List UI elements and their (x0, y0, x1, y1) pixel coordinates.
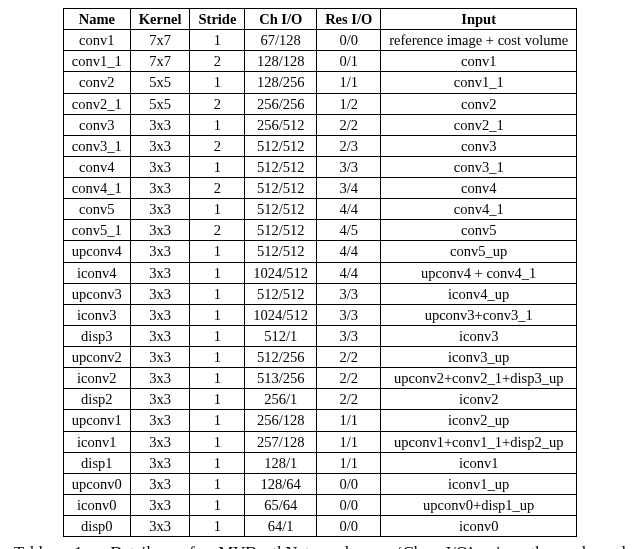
cell-chio: 256/128 (245, 410, 317, 431)
table-row: conv3_13x32512/5122/3conv3 (63, 135, 576, 156)
cell-input: iconv1 (381, 452, 577, 473)
cell-resio: 0/0 (317, 30, 381, 51)
cell-stride: 1 (190, 72, 245, 93)
cell-kernel: 3x3 (130, 325, 190, 346)
cell-input: iconv3_up (381, 347, 577, 368)
cell-kernel: 5x5 (130, 72, 190, 93)
cell-name: disp1 (63, 452, 130, 473)
table-row: upconv23x31512/2562/2iconv3_up (63, 347, 576, 368)
cell-name: conv1_1 (63, 51, 130, 72)
cell-kernel: 3x3 (130, 494, 190, 515)
cell-stride: 1 (190, 199, 245, 220)
cell-kernel: 3x3 (130, 347, 190, 368)
cell-name: upconv3 (63, 283, 130, 304)
table-row: conv17x7167/1280/0reference image + cost… (63, 30, 576, 51)
cell-chio: 512/512 (245, 220, 317, 241)
cell-resio: 4/5 (317, 220, 381, 241)
cell-resio: 3/3 (317, 283, 381, 304)
cell-resio: 1/1 (317, 452, 381, 473)
cell-name: upconv4 (63, 241, 130, 262)
cell-stride: 1 (190, 389, 245, 410)
cell-stride: 2 (190, 220, 245, 241)
cell-input: iconv0 (381, 516, 577, 537)
table-row: disp03x3164/10/0iconv0 (63, 516, 576, 537)
cell-resio: 1/1 (317, 72, 381, 93)
cell-stride: 1 (190, 410, 245, 431)
cell-chio: 512/512 (245, 241, 317, 262)
cell-kernel: 3x3 (130, 389, 190, 410)
cell-resio: 0/0 (317, 473, 381, 494)
cell-chio: 512/512 (245, 156, 317, 177)
cell-chio: 256/1 (245, 389, 317, 410)
cell-kernel: 3x3 (130, 220, 190, 241)
cell-input: conv3 (381, 135, 577, 156)
cell-input: conv5 (381, 220, 577, 241)
cell-stride: 2 (190, 178, 245, 199)
cell-name: conv2 (63, 72, 130, 93)
cell-resio: 0/1 (317, 51, 381, 72)
cell-resio: 4/4 (317, 262, 381, 283)
cell-stride: 1 (190, 452, 245, 473)
cell-resio: 4/4 (317, 199, 381, 220)
cell-name: conv1 (63, 30, 130, 51)
col-input: Input (381, 9, 577, 30)
cell-kernel: 3x3 (130, 241, 190, 262)
table-row: conv53x31512/5124/4conv4_1 (63, 199, 576, 220)
cell-name: conv3 (63, 114, 130, 135)
cell-chio: 512/256 (245, 347, 317, 368)
cell-chio: 512/512 (245, 199, 317, 220)
table-row: iconv43x311024/5124/4upconv4 + conv4_1 (63, 262, 576, 283)
cell-name: disp2 (63, 389, 130, 410)
table-row: conv5_13x32512/5124/5conv5 (63, 220, 576, 241)
cell-resio: 2/2 (317, 114, 381, 135)
cell-chio: 128/128 (245, 51, 317, 72)
cell-kernel: 7x7 (130, 51, 190, 72)
cell-stride: 1 (190, 262, 245, 283)
cell-name: conv5 (63, 199, 130, 220)
cell-resio: 0/0 (317, 516, 381, 537)
cell-chio: 512/512 (245, 178, 317, 199)
col-resio: Res I/O (317, 9, 381, 30)
cell-input: upconv2+conv2_1+disp3_up (381, 368, 577, 389)
cell-name: disp0 (63, 516, 130, 537)
cell-resio: 0/0 (317, 494, 381, 515)
cell-name: iconv0 (63, 494, 130, 515)
cell-stride: 2 (190, 135, 245, 156)
table-body: conv17x7167/1280/0reference image + cost… (63, 30, 576, 537)
table-row: conv43x31512/5123/3conv3_1 (63, 156, 576, 177)
cell-chio: 128/64 (245, 473, 317, 494)
cell-chio: 128/1 (245, 452, 317, 473)
architecture-table: Name Kernel Stride Ch I/O Res I/O Input … (63, 8, 577, 537)
cell-input: iconv2 (381, 389, 577, 410)
cell-input: conv1_1 (381, 72, 577, 93)
cell-stride: 1 (190, 325, 245, 346)
cell-resio: 3/3 (317, 325, 381, 346)
table-row: conv33x31256/5122/2conv2_1 (63, 114, 576, 135)
cell-input: iconv2_up (381, 410, 577, 431)
table-row: conv25x51128/2561/1conv1_1 (63, 72, 576, 93)
cell-input: reference image + cost volume (381, 30, 577, 51)
cell-resio: 3/4 (317, 178, 381, 199)
cell-input: iconv3 (381, 325, 577, 346)
cell-kernel: 3x3 (130, 473, 190, 494)
cell-chio: 512/512 (245, 135, 317, 156)
cell-kernel: 3x3 (130, 262, 190, 283)
cell-stride: 1 (190, 304, 245, 325)
page-container: Name Kernel Stride Ch I/O Res I/O Input … (0, 0, 640, 549)
cell-input: upconv1+conv1_1+disp2_up (381, 431, 577, 452)
cell-kernel: 3x3 (130, 368, 190, 389)
table-row: iconv23x31513/2562/2upconv2+conv2_1+disp… (63, 368, 576, 389)
table-row: disp23x31256/12/2iconv2 (63, 389, 576, 410)
table-row: iconv33x311024/5123/3upconv3+conv3_1 (63, 304, 576, 325)
cell-name: upconv0 (63, 473, 130, 494)
cell-chio: 513/256 (245, 368, 317, 389)
cell-kernel: 3x3 (130, 156, 190, 177)
cell-kernel: 3x3 (130, 135, 190, 156)
col-name: Name (63, 9, 130, 30)
cell-input: conv1 (381, 51, 577, 72)
cell-resio: 3/3 (317, 156, 381, 177)
cell-resio: 1/1 (317, 431, 381, 452)
cell-kernel: 5x5 (130, 93, 190, 114)
cell-kernel: 3x3 (130, 178, 190, 199)
cell-input: upconv3+conv3_1 (381, 304, 577, 325)
